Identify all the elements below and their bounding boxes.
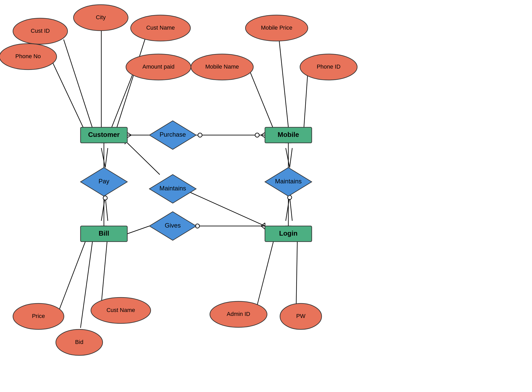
line-amountpaid-customer bbox=[112, 71, 134, 127]
attr-city-label: City bbox=[96, 14, 106, 21]
relation-maintains-right-label: Maintains bbox=[275, 178, 302, 185]
attr-price-label: Price bbox=[32, 313, 45, 319]
er-diagram: Cust ID City Cust Name Phone No Amount p… bbox=[0, 0, 532, 392]
line-adminid-login bbox=[257, 234, 275, 305]
line-phoneid-mobile bbox=[304, 71, 308, 127]
entity-bill-label: Bill bbox=[99, 229, 109, 237]
attr-amount-paid-label: Amount paid bbox=[142, 63, 175, 70]
line-mobilename-mobile bbox=[249, 70, 273, 127]
attr-mobile-name-label: Mobile Name bbox=[205, 63, 239, 70]
entity-mobile-label: Mobile bbox=[278, 131, 299, 138]
line-custid-customer bbox=[64, 39, 92, 127]
line-custname-customer bbox=[117, 38, 145, 127]
crow11 bbox=[286, 196, 290, 221]
line-customer-maintains bbox=[127, 143, 160, 175]
attr-bid-label: Bid bbox=[75, 339, 83, 345]
attr-cust-name2-label: Cust Name bbox=[107, 307, 135, 313]
line-mobileprice-mobile bbox=[279, 41, 288, 127]
circle-purchase-left bbox=[198, 133, 202, 137]
entity-login-label: Login bbox=[279, 229, 298, 237]
relation-gives-label: Gives bbox=[165, 222, 181, 229]
attr-admin-id-label: Admin ID bbox=[227, 311, 250, 317]
crow5 bbox=[101, 148, 105, 168]
crow6 bbox=[105, 148, 108, 168]
line-pw-login bbox=[296, 234, 297, 309]
attr-cust-name-label: Cust Name bbox=[146, 24, 175, 31]
attr-mobile-price-label: Mobile Price bbox=[261, 24, 292, 31]
crow10 bbox=[290, 148, 292, 168]
crow3 bbox=[261, 132, 265, 135]
crow2 bbox=[127, 135, 131, 138]
line-custname2-bill bbox=[101, 234, 108, 304]
relation-maintains-center-label: Maintains bbox=[159, 185, 186, 192]
crow1 bbox=[127, 132, 131, 135]
line-bill-gives bbox=[127, 226, 149, 234]
attr-cust-id-label: Cust ID bbox=[31, 28, 50, 34]
line-price-bill bbox=[58, 234, 88, 312]
relation-purchase-label: Purchase bbox=[159, 131, 186, 138]
relation-pay-label: Pay bbox=[98, 178, 109, 185]
crow12 bbox=[290, 196, 292, 221]
circle-purchase-right bbox=[255, 133, 259, 137]
line-phoneno-customer bbox=[52, 61, 83, 127]
crow9 bbox=[286, 148, 290, 168]
crow14 bbox=[261, 226, 265, 229]
circle-pay-bottom bbox=[103, 196, 107, 200]
entity-customer-label: Customer bbox=[88, 131, 119, 138]
line-maintains-login bbox=[187, 191, 265, 226]
attr-pw-label: PW bbox=[296, 313, 305, 319]
crow4 bbox=[261, 135, 265, 138]
attr-phone-id-label: Phone ID bbox=[317, 63, 341, 70]
attr-phone-no-label: Phone No bbox=[15, 53, 41, 59]
